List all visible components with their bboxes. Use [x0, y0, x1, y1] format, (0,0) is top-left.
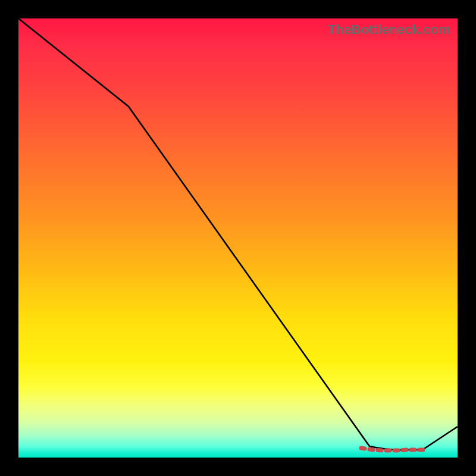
svg-line-2 [378, 450, 381, 451]
svg-line-1 [369, 449, 373, 450]
svg-line-0 [361, 448, 365, 449]
data-curve [18, 18, 458, 450]
svg-line-5 [403, 450, 406, 450]
plot-area: TheBottleneck.com [18, 18, 458, 458]
chart-frame: TheBottleneck.com [0, 0, 476, 476]
line-plot [18, 18, 458, 458]
